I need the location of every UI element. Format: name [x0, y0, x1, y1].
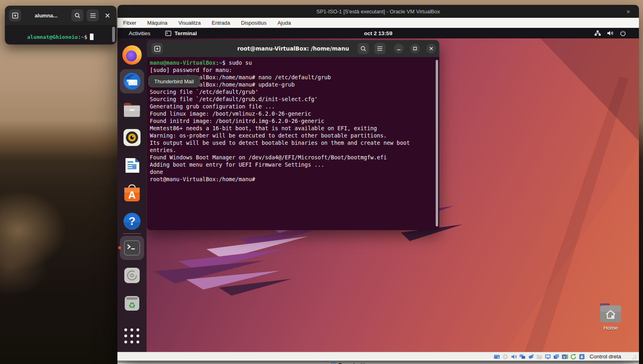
vm-terminal-headerbar[interactable]: root@manu-VirtualBox: /home/manu	[147, 40, 439, 57]
thunderbird-icon	[122, 72, 142, 91]
new-tab-button[interactable]	[9, 9, 21, 21]
host-terminal-content[interactable]: alumnat@Ghionoiu:~$	[5, 25, 117, 44]
ubuntu-software-icon: A	[122, 184, 142, 203]
system-status-area	[594, 30, 626, 36]
menu-button[interactable]	[374, 43, 385, 54]
prompt-user: manu@manu-VirtualBox	[150, 59, 216, 66]
terminal-small-icon	[165, 31, 171, 36]
files-folder-icon	[122, 100, 142, 120]
prompt-path: ~	[219, 59, 222, 66]
host-prompt-colon: :	[78, 34, 81, 40]
wired-network-icon[interactable]	[594, 30, 601, 36]
audio-status-icon[interactable]	[511, 353, 517, 360]
disks-icon	[122, 266, 142, 285]
terminal-line: Generating grub configuration file ...	[150, 103, 433, 110]
menu-maquina[interactable]: Màquina	[147, 20, 168, 26]
clock[interactable]: oct 2 13:59	[364, 30, 392, 36]
app-grid-button[interactable]	[124, 328, 140, 344]
firefox-icon	[122, 45, 142, 65]
dock-item-files[interactable]	[122, 100, 142, 120]
vm-terminal-scrollbar[interactable]	[436, 60, 438, 226]
search-button[interactable]	[358, 43, 369, 54]
optical-disc-status-icon[interactable]	[502, 353, 509, 360]
auto-resize-status-icon[interactable]	[579, 353, 585, 360]
menu-fitxer[interactable]: Fitxer	[123, 20, 136, 26]
hard-disk-status-icon[interactable]	[494, 353, 500, 360]
terminal-line: root@manu-VirtualBox:/home/manu#	[150, 176, 433, 183]
dock-item-ubuntu-software[interactable]: A	[122, 184, 142, 203]
virtualbox-titlebar[interactable]: SP1-ISO-1 [S'està executant] - Oracle VM…	[117, 5, 639, 18]
dock-item-trash[interactable]: ♻	[122, 294, 142, 313]
activities-button[interactable]: Activities	[129, 30, 150, 36]
mouse-integration-status-icon[interactable]	[570, 353, 577, 360]
host-prompt-user: alumnat@Ghionoiu	[27, 34, 78, 40]
focused-app-indicator[interactable]: Terminal	[165, 30, 197, 36]
dock-tooltip: Thunderbird Mail	[148, 75, 200, 87]
trash-icon: ♻	[122, 294, 142, 313]
network-status-icon[interactable]	[519, 353, 526, 360]
search-button[interactable]	[71, 9, 83, 21]
terminal-line: entries.	[150, 146, 433, 154]
close-icon	[429, 46, 434, 51]
desktop-icon-home[interactable]: Home	[595, 303, 626, 331]
hamburger-icon	[90, 13, 96, 18]
rhythmbox-icon	[122, 128, 142, 147]
prompt-colon: :	[216, 59, 219, 66]
host-terminal-title: alumna...	[24, 13, 68, 19]
background-window-border	[117, 362, 639, 362]
dock-item-rhythmbox[interactable]	[122, 128, 142, 147]
host-terminal-headerbar[interactable]: alumna...	[5, 6, 117, 25]
recording-status-icon[interactable]: V	[562, 353, 568, 360]
menu-ajuda[interactable]: Ajuda	[277, 20, 291, 26]
dock-item-firefox[interactable]	[122, 45, 142, 65]
volume-icon[interactable]	[607, 30, 614, 36]
usb-status-icon[interactable]	[528, 353, 534, 360]
libreoffice-writer-icon	[122, 156, 142, 175]
virtualbox-close-button[interactable]: ×	[626, 5, 630, 18]
svg-text:?: ?	[128, 215, 135, 227]
menu-dispositius[interactable]: Dispositius	[241, 20, 266, 26]
virtual-screens-status-icon[interactable]	[553, 353, 560, 360]
menu-button[interactable]	[87, 9, 99, 21]
search-icon	[360, 46, 366, 52]
close-button[interactable]	[426, 44, 436, 53]
host-terminal-window: alumna... alumnat@Ghionoiu:~$	[5, 6, 117, 44]
host-prompt-symbol: $	[84, 34, 87, 40]
guest-topbar: Activities Terminal oct 2 13:59	[117, 28, 639, 38]
terminal-line: Found initrd image: /boot/initrd.img-6.2…	[150, 117, 433, 125]
display-status-icon[interactable]	[545, 353, 551, 360]
virtualbox-window-title: SP1-ISO-1 [S'està executant] - Oracle VM…	[317, 8, 440, 15]
home-label: Home	[595, 325, 626, 331]
svg-text:♻: ♻	[128, 301, 136, 310]
terminal-line: Its output will be used to detect bootab…	[150, 139, 433, 146]
new-tab-icon	[12, 13, 18, 19]
focused-app-label: Terminal	[175, 30, 197, 36]
host-terminal-scrollbar[interactable]	[112, 27, 115, 42]
background-window-strip[interactable]: Descripció	[117, 361, 639, 364]
svg-text:A: A	[128, 189, 136, 201]
description-section-icon	[331, 362, 336, 364]
search-icon	[75, 13, 81, 19]
terminal-line: Warning: os-prober will be executed to d…	[150, 132, 433, 139]
terminal-running-indicator	[118, 246, 121, 249]
close-button[interactable]	[102, 10, 113, 21]
menu-visualitza[interactable]: Visualitza	[178, 20, 200, 26]
dock: A ?	[117, 38, 147, 352]
help-icon: ?	[122, 212, 142, 231]
svg-text:V: V	[563, 355, 565, 359]
dock-item-disks[interactable]	[122, 266, 142, 285]
dock-item-terminal[interactable]	[122, 238, 142, 258]
power-icon[interactable]	[620, 30, 626, 36]
prompt-command: sudo su	[229, 59, 252, 66]
resize-grip[interactable]	[632, 355, 637, 360]
dock-item-thunderbird[interactable]	[122, 72, 142, 91]
dock-item-libreoffice-writer[interactable]	[122, 156, 142, 175]
dock-item-help[interactable]: ?	[122, 212, 142, 231]
minimize-button[interactable]	[394, 44, 404, 53]
shared-folders-status-icon[interactable]	[536, 353, 543, 360]
prompt-symbol: $	[222, 59, 229, 66]
menu-entrada[interactable]: Entrada	[212, 20, 230, 26]
vm-terminal-window: root@manu-VirtualBox: /home/manu	[147, 40, 439, 230]
hamburger-icon	[377, 46, 383, 51]
maximize-button[interactable]	[410, 44, 420, 53]
